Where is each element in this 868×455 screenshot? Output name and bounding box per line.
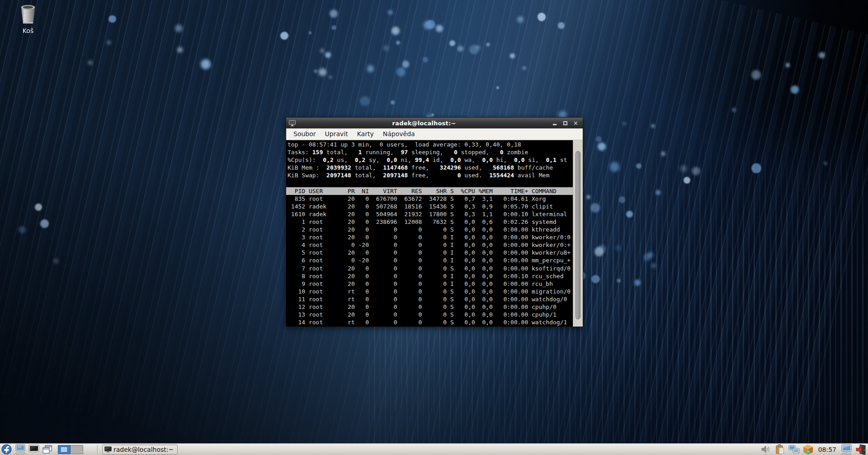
process-table-header: PID USER PR NI VIRT RES SHR S %CPU %MEM … bbox=[286, 187, 573, 195]
pager-desktop-2[interactable] bbox=[71, 445, 83, 454]
process-table-row: 3 root 20 0 0 0 0 I 0,0 0,0 0:00.00 kwor… bbox=[288, 233, 573, 241]
window-title: radek@localhost:~ bbox=[296, 120, 552, 127]
monitor-keyboard-icon bbox=[841, 444, 852, 455]
task-button-terminal[interactable]: radek@localhost:~ bbox=[102, 445, 178, 455]
process-table-row: 14 root rt 0 0 0 0 S 0,0 0,0 0:00.00 wat… bbox=[288, 318, 573, 326]
process-table-row: 7 root 20 0 0 0 0 S 0,0 0,0 0:00.00 ksof… bbox=[288, 265, 573, 272]
fedora-logo-icon bbox=[1, 444, 12, 455]
terminal-launcher[interactable] bbox=[28, 444, 39, 455]
overlapping-windows-icon bbox=[42, 445, 53, 455]
terminal-summary-line: top - 08:57:41 up 3 min, 0 users, load a… bbox=[288, 141, 573, 148]
trash-label: Koš bbox=[10, 27, 46, 34]
computer-icon bbox=[15, 444, 26, 455]
menu-napoveda[interactable]: Nápověda bbox=[378, 128, 420, 140]
trash-desktop-icon[interactable]: Koš bbox=[10, 4, 46, 34]
desktop: Koš radek@localhost:~ ✕ Soubor Upravit K… bbox=[0, 0, 868, 455]
process-table-row: 12 root 20 0 0 0 0 S 0,0 0,0 0:00.00 cpu… bbox=[288, 303, 573, 311]
speaker-icon bbox=[760, 445, 771, 454]
process-table-row: 8 root 20 0 0 0 0 I 0,0 0,0 0:00.10 rcu_… bbox=[288, 272, 573, 280]
terminal-window: radek@localhost:~ ✕ Soubor Upravit Karty… bbox=[286, 117, 583, 327]
network-computers-icon bbox=[788, 445, 800, 455]
terminal-summary-line: Tasks: 159 total, 1 running, 97 sleeping… bbox=[288, 148, 573, 156]
logout-door-icon bbox=[855, 444, 866, 455]
terminal-area: top - 08:57:41 up 3 min, 0 users, load a… bbox=[286, 140, 583, 327]
desktop-pager bbox=[58, 445, 83, 454]
process-table-row: 11 root rt 0 0 0 0 S 0,0 0,0 0:00.00 wat… bbox=[288, 295, 573, 303]
clipboard-icon bbox=[775, 444, 785, 455]
logout-tray-icon[interactable] bbox=[855, 444, 866, 455]
process-table-row: 1452 radek 20 0 507268 18516 15436 S 0,3… bbox=[288, 203, 573, 210]
scrollbar-thumb[interactable] bbox=[576, 151, 580, 319]
process-table-row: 9 root 20 0 0 0 0 I 0,0 0,0 0:00.00 rcu_… bbox=[288, 280, 573, 288]
menu-soubor[interactable]: Soubor bbox=[289, 128, 321, 140]
terminal-screen[interactable]: top - 08:57:41 up 3 min, 0 users, load a… bbox=[286, 140, 573, 327]
software-update-tray-icon[interactable] bbox=[802, 444, 814, 455]
process-table-row: 1 root 20 0 238696 12008 7632 S 0,0 0,6 … bbox=[288, 218, 573, 226]
process-table-row: 13 root 20 0 0 0 0 S 0,0 0,0 0:00.00 cpu… bbox=[288, 311, 573, 318]
menu-karty[interactable]: Karty bbox=[353, 128, 378, 140]
process-table-row: 835 root 20 0 676700 63672 34728 S 0,7 3… bbox=[288, 195, 573, 203]
volume-tray-icon[interactable] bbox=[760, 444, 772, 455]
package-icon bbox=[802, 444, 814, 455]
file-manager-launcher[interactable] bbox=[14, 444, 26, 455]
terminal-summary-line: %Cpu(s): 0,2 us, 0,2 sy, 0,0 ni, 99,4 id… bbox=[288, 156, 573, 164]
process-table-row: 5 root 20 0 0 0 0 I 0,0 0,0 0:00.00 kwor… bbox=[288, 249, 573, 256]
pager-mini-window bbox=[61, 447, 67, 452]
iconify-windows-button[interactable] bbox=[42, 444, 53, 455]
close-button-icon[interactable]: ✕ bbox=[573, 121, 578, 126]
clipboard-tray-icon[interactable] bbox=[774, 444, 786, 455]
network-tray-icon[interactable] bbox=[788, 444, 800, 455]
process-table-row: 2 root 20 0 0 0 0 S 0,0 0,0 0:00.00 kthr… bbox=[288, 226, 573, 233]
minimize-button-icon[interactable] bbox=[552, 121, 557, 126]
menu-button[interactable] bbox=[1, 444, 12, 455]
menu-upravit[interactable]: Upravit bbox=[321, 128, 353, 140]
menu-bar: Soubor Upravit Karty Nápověda bbox=[286, 128, 583, 140]
terminal-blank-line bbox=[288, 179, 573, 187]
taskbar: radek@localhost:~ bbox=[0, 443, 868, 455]
process-table-row: 10 root rt 0 0 0 0 S 0,0 0,0 0:00.00 mig… bbox=[288, 288, 573, 295]
display-settings-tray-icon[interactable] bbox=[841, 444, 852, 455]
terminal-summary-line: KiB Swap: 2097148 total, 2097148 free, 0… bbox=[288, 171, 573, 179]
trash-icon bbox=[18, 4, 38, 24]
terminal-summary-line: KiB Mem : 2039932 total, 1147468 free, 3… bbox=[288, 164, 573, 171]
maximize-button-icon[interactable] bbox=[563, 121, 568, 126]
taskbar-clock[interactable]: 08:57 bbox=[816, 446, 838, 453]
process-table-row: 1610 radek 20 0 504964 21932 17800 S 0,3… bbox=[288, 210, 573, 218]
taskbar-separator bbox=[97, 445, 98, 454]
terminal-scrollbar[interactable] bbox=[573, 140, 583, 327]
process-table-row: 6 root 0 -20 0 0 0 I 0,0 0,0 0:00.00 mm_… bbox=[288, 256, 573, 264]
task-button-label: radek@localhost:~ bbox=[113, 446, 174, 453]
task-monitor-icon bbox=[104, 446, 112, 453]
pager-desktop-1[interactable] bbox=[58, 445, 71, 454]
window-titlebar[interactable]: radek@localhost:~ ✕ bbox=[286, 118, 583, 128]
process-table-row: 4 root 0 -20 0 0 0 I 0,0 0,0 0:00.00 kwo… bbox=[288, 241, 573, 249]
window-icon bbox=[289, 120, 296, 126]
dark-monitor-icon bbox=[28, 445, 39, 455]
